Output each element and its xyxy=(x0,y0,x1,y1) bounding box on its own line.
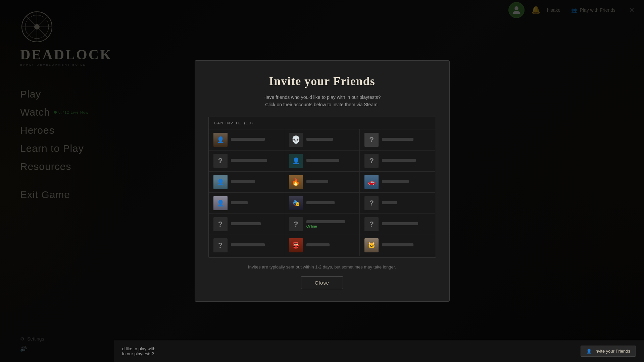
friend-info: Online xyxy=(306,220,355,228)
friend-name-bar xyxy=(231,243,265,246)
friend-avatar: 👤 xyxy=(213,133,228,147)
friend-list-item[interactable]: ? xyxy=(360,214,435,235)
friend-info xyxy=(231,138,279,142)
friends-scroll-wrapper[interactable]: 👤💀??👤?👤🔥🚗👤🎭???Online??👺🐱🛡️ xyxy=(209,129,436,258)
friend-info xyxy=(231,201,279,205)
friend-list-item[interactable]: 👺 xyxy=(284,235,360,256)
friend-info xyxy=(306,159,355,163)
friend-info xyxy=(306,243,355,247)
friend-avatar: ? xyxy=(213,154,228,168)
friend-info xyxy=(382,201,430,205)
friend-list-item[interactable]: 💀 xyxy=(284,129,360,150)
friend-info xyxy=(306,180,355,184)
friend-name-bar xyxy=(382,222,418,225)
friend-list-item[interactable]: ? xyxy=(209,150,284,172)
modal-overlay: Invite your Friends Have friends who you… xyxy=(0,0,644,362)
friends-grid: 👤💀??👤?👤🔥🚗👤🎭???Online??👺🐱🛡️ xyxy=(209,129,436,258)
friends-list-header: CAN INVITE (19) xyxy=(209,117,436,129)
friend-avatar: ? xyxy=(364,217,379,231)
invite-icon: 👤 xyxy=(586,349,592,354)
friend-name-bar xyxy=(231,222,261,225)
friend-name-bar xyxy=(382,243,413,246)
can-invite-label: CAN INVITE xyxy=(214,121,242,125)
friend-list-item[interactable]: 🎭 xyxy=(284,193,360,214)
friend-avatar: 👺 xyxy=(289,238,303,252)
friend-list-item[interactable]: ? xyxy=(360,193,435,214)
bottom-banner: d like to play with in our playtests? 👤 … xyxy=(114,340,644,362)
friend-avatar: ? xyxy=(364,154,379,168)
friend-list-item[interactable]: 👤 xyxy=(284,150,360,172)
friend-avatar: ? xyxy=(213,217,228,231)
friend-name-bar xyxy=(231,201,248,204)
friend-avatar: 🐱 xyxy=(364,238,379,252)
friend-avatar: 👤 xyxy=(289,154,303,168)
friend-info xyxy=(382,138,430,142)
friend-avatar: 👤 xyxy=(213,196,228,210)
friend-avatar: 💀 xyxy=(289,133,303,147)
modal-subtitle: Have friends who you'd like to play with… xyxy=(263,94,381,109)
friend-info xyxy=(231,180,279,184)
friend-name-bar xyxy=(231,159,267,162)
friend-name-bar xyxy=(306,138,333,141)
friend-list-item[interactable]: 👤 xyxy=(209,129,284,150)
friend-list-item[interactable]: 🚗 xyxy=(360,172,435,193)
banner-text: d like to play with in our playtests? xyxy=(122,346,155,356)
friend-info xyxy=(382,159,430,163)
friend-name-bar xyxy=(382,201,397,204)
friend-list-item[interactable]: ? xyxy=(360,150,435,172)
friend-info xyxy=(231,243,279,247)
friend-avatar: 👤 xyxy=(213,175,228,189)
close-modal-button[interactable]: Close xyxy=(301,276,343,289)
friend-list-item[interactable]: 👤 xyxy=(209,193,284,214)
invite-friends-button[interactable]: 👤 Invite your Friends xyxy=(581,346,636,357)
friend-list-item[interactable]: ? xyxy=(209,235,284,256)
friend-list-item[interactable]: 👤 xyxy=(209,172,284,193)
friend-info xyxy=(382,222,430,226)
friend-avatar: 🎭 xyxy=(289,196,303,210)
friend-name-bar xyxy=(382,159,416,162)
friend-list-item[interactable]: ? xyxy=(360,129,435,150)
friend-avatar: ? xyxy=(289,217,303,231)
friend-list-item[interactable]: 🔥 xyxy=(284,172,360,193)
friend-avatar: ? xyxy=(364,133,379,147)
friend-status: Online xyxy=(306,224,355,228)
friend-name-bar xyxy=(306,159,339,162)
friend-name-bar xyxy=(306,201,335,204)
modal-title: Invite your Friends xyxy=(269,74,375,88)
friend-list-item[interactable]: 🐱 xyxy=(360,235,435,256)
friend-name-bar xyxy=(306,180,328,183)
invite-friends-modal: Invite your Friends Have friends who you… xyxy=(195,60,450,302)
friend-info xyxy=(382,180,430,184)
friend-info xyxy=(306,138,355,142)
friend-name-bar xyxy=(306,243,330,246)
friend-name-bar xyxy=(231,138,265,141)
friend-name-bar xyxy=(382,138,413,141)
friend-avatar: 🚗 xyxy=(364,175,379,189)
friend-info xyxy=(382,243,430,247)
invite-footer-text: Invites are typically sent out within 1-… xyxy=(248,264,396,269)
friend-name-bar xyxy=(231,180,255,183)
friend-avatar: 🔥 xyxy=(289,175,303,189)
friends-container: CAN INVITE (19) 👤💀??👤?👤🔥🚗👤🎭???Online??👺🐱… xyxy=(208,117,436,258)
friend-info xyxy=(306,201,355,205)
friend-list-item[interactable]: ?Online xyxy=(284,214,360,235)
friend-name-bar xyxy=(306,220,345,223)
friend-name-bar xyxy=(382,180,408,183)
friend-list-item[interactable]: ? xyxy=(209,214,284,235)
friends-count: (19) xyxy=(244,121,253,125)
friend-info xyxy=(231,159,279,163)
friend-info xyxy=(231,222,279,226)
friend-avatar: ? xyxy=(364,196,379,210)
friend-avatar: ? xyxy=(213,238,228,252)
friend-list-item[interactable]: 🛡️ xyxy=(209,256,284,258)
